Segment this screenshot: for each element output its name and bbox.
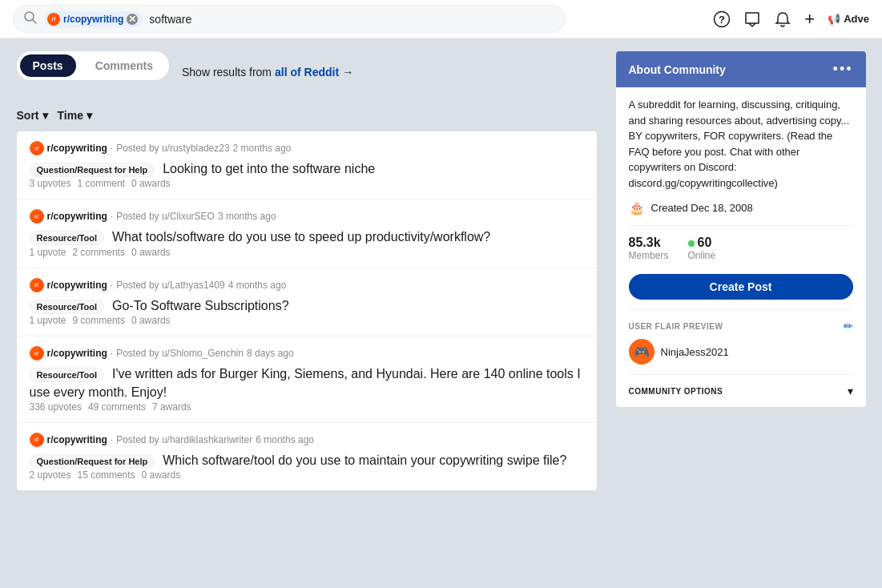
post-item[interactable]: r/ r/copywriting · Posted by u/ClixurSEO… <box>17 199 597 268</box>
tabs-row: Posts Comments Show results from all of … <box>17 51 597 93</box>
post-meta: r/ r/copywriting · Posted by u/Lathyas14… <box>30 278 584 292</box>
post-author: Posted by u/Shlomo_Genchin <box>116 348 244 359</box>
chat-icon[interactable] <box>743 10 761 28</box>
cake-icon: 🎂 <box>629 200 645 215</box>
community-stats: 85.3k Members 60 Online <box>629 225 853 261</box>
post-item[interactable]: r/ r/copywriting · Posted by u/rustyblad… <box>17 131 597 199</box>
tabs-container: Posts Comments <box>17 51 169 80</box>
post-title-row: Resource/Tool What tools/software do you… <box>30 228 584 246</box>
user-flair-title: USER FLAIR PREVIEW <box>629 322 723 331</box>
members-label: Members <box>629 250 669 261</box>
advertise-button[interactable]: 📢 Adve <box>828 13 869 25</box>
chevron-down-icon: ▾ <box>848 385 853 397</box>
post-awards: 7 awards <box>152 401 191 413</box>
post-flair: Question/Request for Help <box>30 454 155 469</box>
post-author: Posted by u/rustybladez23 <box>116 143 229 154</box>
post-stats: 1 upvote 9 comments 0 awards <box>30 315 584 326</box>
username-text: NinjaJess2021 <box>661 346 729 358</box>
sort-row: Sort ▾ Time ▾ <box>17 106 597 125</box>
post-author: Posted by u/Lathyas1409 <box>116 280 224 291</box>
create-post-button[interactable]: Create Post <box>629 274 853 300</box>
chip-close-button[interactable]: ✕ <box>127 14 138 25</box>
search-input[interactable] <box>149 13 555 26</box>
svg-text:?: ? <box>719 14 725 26</box>
post-title-row: Resource/Tool Go-To Software Subscriptio… <box>30 297 584 315</box>
sort-label: Sort <box>17 109 39 122</box>
community-options-header[interactable]: COMMUNITY OPTIONS ▾ <box>629 385 853 397</box>
post-subreddit-avatar: r/ <box>30 141 44 155</box>
post-title-row: Question/Request for Help Which software… <box>30 452 584 469</box>
plus-icon[interactable]: + <box>804 9 815 30</box>
time-label: Time <box>58 109 83 122</box>
post-comments: 9 comments <box>73 315 125 326</box>
post-flair: Question/Request for Help <box>30 163 155 177</box>
post-comments: 15 comments <box>78 469 135 481</box>
subreddit-chip[interactable]: r/ r/copywriting ✕ <box>44 11 143 27</box>
tab-posts[interactable]: Posts <box>20 54 76 77</box>
user-flair-section: USER FLAIR PREVIEW ✏ 🎮 NinjaJess2021 <box>629 309 853 364</box>
show-results-arrow: → <box>342 66 353 79</box>
search-icon <box>23 10 38 27</box>
post-subreddit: r/copywriting <box>47 211 107 222</box>
post-separator: · <box>111 434 113 445</box>
subreddit-chip-label: r/copywriting <box>63 14 123 25</box>
show-results-link[interactable]: Show results from all of Reddit → <box>182 66 353 79</box>
show-results-all-reddit[interactable]: all of Reddit <box>275 66 339 79</box>
post-comments: 2 comments <box>73 247 125 258</box>
post-awards: 0 awards <box>142 469 181 481</box>
post-item[interactable]: r/ r/copywriting · Posted by u/Lathyas14… <box>17 268 597 336</box>
post-awards: 0 awards <box>131 315 171 326</box>
post-comments: 49 comments <box>88 401 146 413</box>
time-chevron: ▾ <box>87 109 92 122</box>
post-upvotes: 2 upvotes <box>30 469 71 481</box>
flair-edit-icon[interactable]: ✏ <box>844 320 853 332</box>
time-button[interactable]: Time ▾ <box>58 106 92 125</box>
post-subreddit-avatar: r/ <box>30 433 44 447</box>
post-stats: 2 upvotes 15 comments 0 awards <box>30 469 584 481</box>
post-item[interactable]: r/ r/copywriting · Posted by u/Shlomo_Ge… <box>17 336 597 423</box>
right-sidebar: About Community ••• A subreddit for lear… <box>616 51 866 490</box>
question-icon[interactable]: ? <box>713 10 731 28</box>
post-time: 6 months ago <box>256 434 314 445</box>
show-results-prefix: Show results from <box>182 66 272 79</box>
post-subreddit-avatar: r/ <box>30 346 44 360</box>
community-body: A subreddit for learning, discussing, cr… <box>616 87 866 407</box>
user-avatar: 🎮 <box>629 339 654 364</box>
post-meta: r/ r/copywriting · Posted by u/rustyblad… <box>30 141 584 155</box>
post-upvotes: 3 upvotes <box>30 178 71 189</box>
online-value: 60 <box>688 236 716 250</box>
tab-comments[interactable]: Comments <box>83 54 166 77</box>
community-header-title: About Community <box>629 63 726 76</box>
user-flair-row: 🎮 NinjaJess2021 <box>629 339 853 364</box>
post-upvotes: 1 upvote <box>30 247 66 258</box>
post-author: Posted by u/hardiklashkariwriter <box>116 434 252 445</box>
sort-button[interactable]: Sort ▾ <box>17 106 48 125</box>
post-subreddit: r/copywriting <box>47 280 107 291</box>
advertise-label: Adve <box>844 13 869 25</box>
user-flair-header: USER FLAIR PREVIEW ✏ <box>629 320 853 332</box>
header: r/ r/copywriting ✕ ? + 📢 A <box>0 0 882 38</box>
search-bar[interactable]: r/ r/copywriting ✕ <box>13 5 566 33</box>
sort-chevron: ▾ <box>42 109 48 122</box>
left-column: Posts Comments Show results from all of … <box>17 51 597 490</box>
post-flair: Resource/Tool <box>30 368 105 382</box>
post-flair: Resource/Tool <box>30 231 105 245</box>
post-meta: r/ r/copywriting · Posted by u/hardiklas… <box>30 433 584 447</box>
post-separator: · <box>111 280 113 291</box>
post-title: I've written ads for Burger King, Siemen… <box>30 367 581 398</box>
notification-icon[interactable] <box>774 10 791 28</box>
community-options-dots[interactable]: ••• <box>833 61 853 78</box>
post-separator: · <box>111 348 113 359</box>
community-options-title: COMMUNITY OPTIONS <box>629 387 723 396</box>
post-title-row: Question/Request for Help Looking to get… <box>30 160 584 178</box>
post-meta: r/ r/copywriting · Posted by u/ClixurSEO… <box>30 209 584 224</box>
post-flair: Resource/Tool <box>30 300 105 314</box>
community-created-text: Created Dec 18, 2008 <box>651 202 753 214</box>
post-time: 8 days ago <box>247 348 294 359</box>
post-item[interactable]: r/ r/copywriting · Posted by u/hardiklas… <box>17 423 597 490</box>
post-upvotes: 336 upvotes <box>30 401 82 413</box>
post-title-row: Resource/Tool I've written ads for Burge… <box>30 365 584 401</box>
post-upvotes: 1 upvote <box>30 315 66 326</box>
post-subreddit-avatar: r/ <box>30 209 44 224</box>
community-created: 🎂 Created Dec 18, 2008 <box>629 200 853 215</box>
